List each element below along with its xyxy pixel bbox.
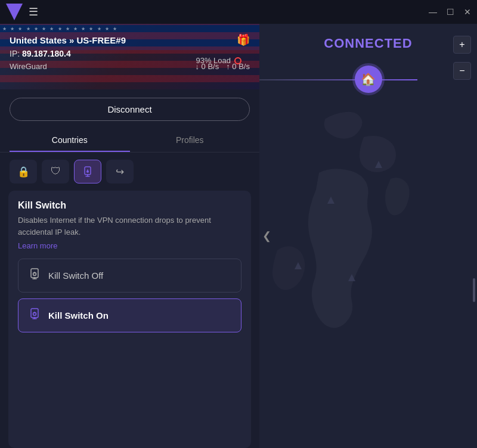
protocol-label: WireGuard: [10, 62, 47, 71]
killswitch-description: Disables Internet if the VPN connection …: [18, 214, 241, 238]
window-controls: — ☐ ✕: [429, 8, 471, 16]
tab-countries[interactable]: Countries: [10, 129, 130, 152]
tab-profiles[interactable]: Profiles: [130, 129, 250, 152]
connection-status: CONNECTED: [324, 36, 412, 51]
killswitch-panel: Kill Switch Disables Internet if the VPN…: [8, 191, 251, 448]
filter-icons-row: 🔒 🛡 ↪: [0, 153, 259, 191]
learn-more-link[interactable]: Learn more: [18, 241, 57, 250]
minimize-button[interactable]: —: [429, 8, 437, 16]
connection-line: [259, 79, 417, 80]
killswitch-off-option[interactable]: Kill Switch Off: [18, 259, 241, 293]
server-info: United States » US-FREE#9 🎁 93% Load IP:…: [10, 33, 250, 71]
app-logo: [6, 4, 23, 20]
killswitch-on-icon: [28, 307, 41, 323]
filter-shield-button[interactable]: 🛡: [42, 160, 69, 183]
killswitch-title: Kill Switch: [18, 200, 241, 211]
killswitch-on-option[interactable]: Kill Switch On: [18, 298, 241, 332]
server-load: 93% Load: [196, 56, 241, 65]
gift-icon[interactable]: 🎁: [237, 33, 250, 46]
zoom-out-button[interactable]: −: [453, 62, 471, 80]
load-label: 93% Load: [196, 56, 231, 65]
server-name: United States » US-FREE#9: [10, 35, 126, 45]
server-header: United States » US-FREE#9 🎁 93% Load IP:…: [0, 24, 259, 89]
disconnect-button[interactable]: Disconnect: [10, 98, 250, 121]
home-icon: 🏠: [361, 72, 376, 86]
load-indicator: [234, 57, 241, 64]
menu-icon[interactable]: ☰: [29, 5, 38, 18]
killswitch-on-label: Kill Switch On: [48, 310, 109, 321]
scroll-indicator[interactable]: [473, 278, 475, 302]
filter-splittunn-button[interactable]: ↪: [106, 160, 134, 183]
title-bar: ☰ — ☐ ✕: [0, 0, 477, 24]
right-panel: CONNECTED 🏠 ❮ + −: [259, 24, 477, 448]
maximize-button[interactable]: ☐: [447, 8, 454, 16]
close-button[interactable]: ✕: [464, 8, 471, 16]
home-pin: 🏠: [355, 66, 382, 93]
ip-address: 89.187.180.4: [22, 49, 71, 58]
zoom-in-button[interactable]: +: [453, 36, 471, 54]
filter-lock-button[interactable]: 🔒: [10, 160, 37, 183]
filter-killswitch-button[interactable]: [74, 160, 101, 183]
tabs: Countries Profiles: [0, 129, 259, 153]
killswitch-off-label: Kill Switch Off: [48, 270, 103, 281]
nav-arrow-left[interactable]: ❮: [262, 229, 271, 242]
killswitch-off-icon: [28, 267, 41, 284]
map-controls: + −: [453, 36, 471, 80]
left-panel: United States » US-FREE#9 🎁 93% Load IP:…: [0, 24, 259, 448]
